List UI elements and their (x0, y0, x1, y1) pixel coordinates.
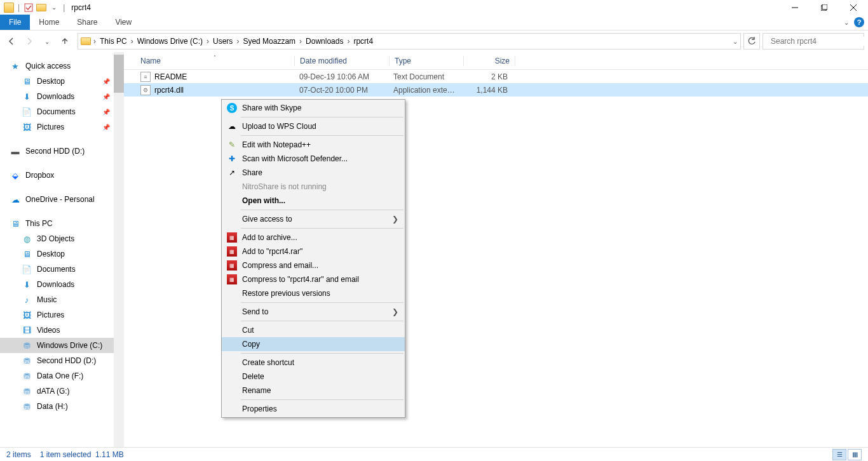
qat-customize-icon[interactable] (49, 3, 59, 13)
sidebar-quick-access[interactable]: ★Quick access (0, 58, 124, 74)
ctx-restore-versions[interactable]: Restore previous versions (222, 286, 405, 300)
sidebar-desktop[interactable]: 🖥Desktop📌 (0, 74, 124, 89)
ctx-copy[interactable]: Copy (222, 337, 405, 351)
ctx-add-rar[interactable]: ▦Add to "rpcrt4.rar" (222, 244, 405, 258)
sidebar-second-hdd[interactable]: ▬Second HDD (D:) (0, 144, 124, 159)
sidebar-scrollbar[interactable] (114, 52, 124, 447)
ctx-open-with[interactable]: Open with... (222, 194, 405, 208)
tab-view[interactable]: View (106, 15, 140, 30)
status-selected: 1 item selected 1.11 MB (40, 450, 124, 459)
ctx-share-skype[interactable]: SShare with Skype (222, 101, 405, 115)
ctx-edit-npp[interactable]: ✎Edit with Notepad++ (222, 138, 405, 152)
dropbox-icon: ⬙ (10, 170, 20, 180)
winrar-icon: ▦ (227, 274, 237, 284)
crumb-user[interactable]: Syed Moazzam (241, 37, 297, 46)
sidebar-downloads[interactable]: ⬇Downloads📌 (0, 89, 124, 104)
crumb-downloads[interactable]: Downloads (304, 37, 344, 46)
forward-button[interactable] (22, 34, 37, 49)
tab-share[interactable]: Share (68, 15, 106, 30)
back-button[interactable] (4, 34, 19, 49)
drive-icon: ⛃ (22, 340, 32, 351)
sidebar-pc-desktop[interactable]: 🖥Desktop (0, 246, 124, 262)
minimize-button[interactable] (780, 0, 810, 15)
status-item-count: 2 items (6, 450, 31, 459)
address-history-icon[interactable] (733, 37, 738, 46)
help-icon[interactable]: ? (854, 17, 864, 27)
ctx-properties[interactable]: Properties (222, 402, 405, 416)
col-size[interactable]: Size (464, 57, 515, 65)
ctx-scan-defender[interactable]: ✚Scan with Microsoft Defender... (222, 152, 405, 166)
ribbon-collapse-icon[interactable] (844, 18, 849, 27)
sidebar-drive-g[interactable]: ⛃dATA (G:) (0, 384, 124, 399)
music-icon: ♪ (22, 295, 32, 305)
file-row[interactable]: ⚙rpcrt4.dll 07-Oct-20 10:00 PM Applicati… (124, 83, 868, 97)
sidebar-drive-d[interactable]: ⛃Second HDD (D:) (0, 353, 124, 368)
context-menu: SShare with Skype ☁Upload to WPS Cloud ✎… (221, 99, 405, 418)
maximize-button[interactable] (810, 0, 839, 15)
hdd-icon: ▬ (10, 146, 20, 156)
skype-icon: S (227, 103, 237, 113)
recent-locations-button[interactable] (39, 34, 55, 49)
search-input[interactable] (771, 37, 866, 46)
ctx-give-access[interactable]: Give access to❯ (222, 212, 405, 226)
ribbon: File Home Share View ? (0, 15, 868, 30)
sidebar-pc-downloads[interactable]: ⬇Downloads (0, 277, 124, 292)
pictures-icon: 🖼 (22, 122, 32, 132)
sidebar-this-pc[interactable]: 🖥This PC (0, 216, 124, 231)
ctx-create-shortcut[interactable]: Create shortcut (222, 356, 405, 370)
ctx-share[interactable]: ↗Share (222, 166, 405, 180)
thumbnails-view-button[interactable]: ▦ (848, 449, 862, 460)
col-name[interactable]: ˄Name (135, 57, 294, 65)
qat-properties-icon[interactable] (24, 3, 34, 13)
drive-icon: ⛃ (22, 401, 32, 411)
details-view-button[interactable]: ☰ (832, 449, 846, 460)
ctx-cut[interactable]: Cut (222, 323, 405, 337)
ctx-upload-wps[interactable]: ☁Upload to WPS Cloud (222, 119, 405, 133)
ctx-separator (241, 228, 403, 229)
star-icon: ★ (10, 61, 20, 71)
sidebar-pictures[interactable]: 🖼Pictures📌 (0, 119, 124, 135)
sidebar-pc-music[interactable]: ♪Music (0, 292, 124, 307)
crumb-sep[interactable]: › (92, 37, 97, 46)
ctx-compress-email[interactable]: ▦Compress and email... (222, 258, 405, 272)
ctx-rename[interactable]: Rename (222, 384, 405, 398)
pin-icon: 📌 (102, 124, 110, 131)
ctx-separator (241, 210, 403, 210)
documents-icon: 📄 (22, 107, 32, 117)
sidebar-pc-pictures[interactable]: 🖼Pictures (0, 307, 124, 323)
sidebar-drive-f[interactable]: ⛃Data One (F:) (0, 368, 124, 384)
sidebar-3d-objects[interactable]: ◍3D Objects (0, 231, 124, 246)
ctx-send-to[interactable]: Send to❯ (222, 305, 405, 319)
file-row[interactable]: ≡README 09-Dec-19 10:06 AM Text Document… (124, 70, 868, 83)
up-button[interactable] (57, 34, 72, 49)
sidebar-dropbox[interactable]: ⬙Dropbox (0, 168, 124, 183)
sidebar-drive-h[interactable]: ⛃Data (H:) (0, 399, 124, 414)
col-type[interactable]: Type (390, 57, 463, 65)
tab-home[interactable]: Home (30, 15, 68, 30)
address-bar[interactable]: › This PC › Windows Drive (C:) › Users ›… (78, 33, 741, 50)
sidebar-drive-c[interactable]: ⛃Windows Drive (C:) (0, 338, 124, 353)
search-box[interactable] (763, 33, 864, 50)
ctx-delete[interactable]: Delete (222, 370, 405, 384)
qat-newfolder-icon[interactable] (36, 3, 46, 13)
sidebar-onedrive[interactable]: ☁OneDrive - Personal (0, 192, 124, 207)
crumb-users[interactable]: Users (212, 37, 234, 46)
crumb-this-pc[interactable]: This PC (98, 37, 128, 46)
refresh-button[interactable] (743, 33, 760, 50)
title-bar: | | rpcrt4 (0, 0, 868, 15)
crumb-folder[interactable]: rpcrt4 (352, 37, 374, 46)
sidebar-pc-documents[interactable]: 📄Documents (0, 262, 124, 277)
close-button[interactable] (839, 0, 868, 15)
window-title: rpcrt4 (71, 3, 91, 12)
crumb-drive-c[interactable]: Windows Drive (C:) (136, 37, 204, 46)
navigation-pane: ★Quick access 🖥Desktop📌 ⬇Downloads📌 📄Doc… (0, 52, 124, 447)
drive-icon: ⛃ (22, 356, 32, 366)
tab-file[interactable]: File (0, 15, 30, 30)
svg-rect-3 (822, 4, 827, 10)
pin-icon: 📌 (102, 78, 110, 85)
col-date[interactable]: Date modified (295, 57, 389, 65)
ctx-add-archive[interactable]: ▦Add to archive... (222, 230, 405, 244)
ctx-compress-rar-email[interactable]: ▦Compress to "rpcrt4.rar" and email (222, 272, 405, 286)
sidebar-pc-videos[interactable]: 🎞Videos (0, 323, 124, 338)
sidebar-documents[interactable]: 📄Documents📌 (0, 104, 124, 119)
